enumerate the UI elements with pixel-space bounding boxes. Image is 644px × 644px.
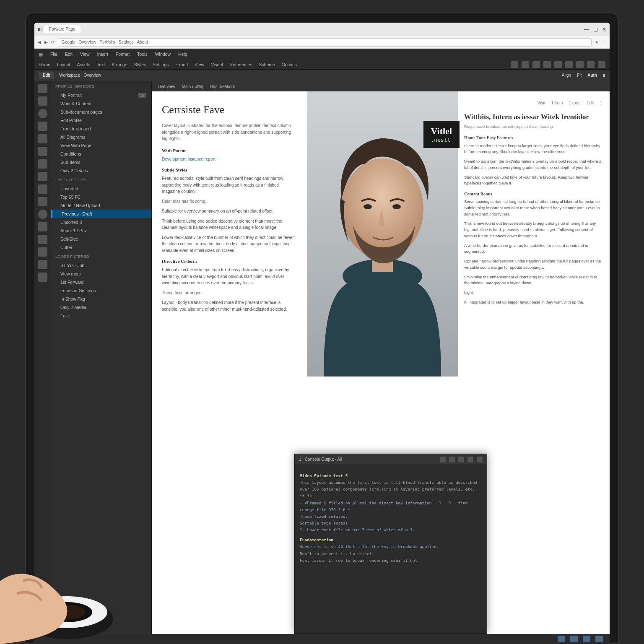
auth-label[interactable]: Auth	[587, 73, 597, 78]
link-visit[interactable]: Visit	[538, 100, 545, 106]
search-icon[interactable]	[38, 96, 47, 106]
ribbon-assets[interactable]: Assets	[77, 62, 91, 67]
shapes-icon[interactable]	[38, 159, 47, 169]
tool-icon[interactable]	[543, 61, 551, 68]
console-expand-icon[interactable]	[467, 457, 473, 462]
sidebar-item[interactable]: Funds or Sections	[51, 286, 151, 295]
doc-tab[interactable]: Has breakout	[210, 84, 235, 89]
edit-icon[interactable]	[38, 147, 47, 156]
globe-icon[interactable]	[38, 109, 47, 118]
sidebar-item[interactable]: Edit Profile	[51, 116, 151, 125]
sidebar-item[interactable]: All Diagrams	[51, 133, 151, 141]
window-min-icon[interactable]: —	[584, 26, 589, 32]
menu-edit[interactable]: Edit	[65, 52, 73, 57]
sidebar-item[interactable]: Sub-Items	[51, 158, 151, 166]
sidebar-item[interactable]: Sub-document pages	[51, 108, 151, 116]
sidebar-item[interactable]: Unsorted 8	[51, 218, 151, 226]
console-panel[interactable]: 1 · Console Output · All Video Episode t…	[294, 454, 487, 634]
status-icon[interactable]	[595, 636, 603, 642]
sidebar-item[interactable]: Work & Content	[51, 99, 151, 108]
browser-tab[interactable]: Forward Page	[44, 25, 80, 33]
sidebar-item[interactable]: Front text insert	[51, 125, 151, 133]
user-icon[interactable]: ▮	[603, 73, 605, 78]
status-icon[interactable]	[558, 636, 565, 642]
menu-view[interactable]: View	[80, 52, 90, 57]
back-icon[interactable]: ◀	[38, 40, 41, 44]
sidebar-item[interactable]: Previous · Draft	[51, 210, 151, 218]
sidebar-item[interactable]: Only 2 Details	[51, 166, 151, 175]
tool-icon[interactable]	[522, 61, 529, 68]
tool-icon[interactable]	[576, 61, 584, 68]
menu-file[interactable]: File	[50, 52, 57, 57]
sidebar-item[interactable]: About 1 / Priv	[51, 226, 151, 235]
tool-icon[interactable]	[565, 61, 573, 68]
ribbon-scheme[interactable]: Scheme	[259, 62, 275, 67]
ribbon-styles[interactable]: Styles	[134, 62, 146, 67]
chart-icon[interactable]	[38, 184, 47, 194]
forward-icon[interactable]: ▶	[44, 40, 48, 44]
mode-pill[interactable]: Edit	[39, 72, 54, 79]
database-icon[interactable]	[38, 260, 47, 269]
sidebar-item[interactable]: 1st Forward	[51, 278, 151, 286]
tool-icon[interactable]	[598, 61, 605, 68]
ribbon-layout[interactable]: Layout	[57, 62, 70, 67]
link-item[interactable]: 1 Item	[551, 100, 563, 106]
tool-icon[interactable]	[587, 61, 595, 68]
ribbon-arrange[interactable]: Arrange	[112, 62, 127, 67]
layers-icon[interactable]	[38, 122, 47, 131]
sidebar-item[interactable]: Fake	[51, 312, 151, 320]
ribbon-options[interactable]: Options	[282, 62, 297, 67]
ribbon-references[interactable]: References	[230, 62, 252, 67]
sidebar-item[interactable]: Only 2 Media	[51, 303, 151, 312]
bookmark-icon[interactable]: ★	[595, 40, 599, 44]
ribbon-visual[interactable]: Visual	[211, 62, 223, 67]
console-clear-icon[interactable]	[458, 457, 464, 462]
status-icon[interactable]	[570, 636, 578, 642]
console-prev-icon[interactable]	[440, 457, 446, 462]
sidebar-item[interactable]: Top 65 FC	[51, 193, 151, 201]
toolbar-fit[interactable]: Fit	[577, 73, 582, 78]
window-close-icon[interactable]: ✕	[602, 26, 606, 32]
sidebar-tree[interactable]: Profile Mini DocsMy Portrait15Work & Con…	[51, 81, 152, 634]
menu-help[interactable]: Help	[178, 52, 187, 57]
sidebar-item[interactable]: Conditions	[51, 150, 151, 158]
sidebar-item[interactable]: Cutter	[51, 243, 151, 252]
tool-icon[interactable]	[532, 61, 540, 68]
menu-window[interactable]: Window	[155, 52, 171, 57]
clock-icon[interactable]	[38, 210, 47, 219]
console-close-icon[interactable]	[477, 457, 483, 462]
sidebar-item[interactable]: Model / New Upload	[51, 201, 151, 210]
comment-icon[interactable]	[38, 172, 47, 181]
link-icon[interactable]	[38, 222, 47, 231]
window-max-icon[interactable]: ▢	[593, 26, 598, 32]
calendar-icon[interactable]	[38, 273, 47, 282]
image-icon[interactable]	[38, 134, 47, 143]
toolbar-align[interactable]: Align	[562, 73, 571, 78]
sidebar-item[interactable]: View With Page	[51, 141, 151, 150]
ribbon-view[interactable]: View	[195, 62, 205, 67]
menu-icon[interactable]: ⋮	[602, 40, 606, 44]
ribbon-home[interactable]: Home	[39, 62, 50, 67]
doc-tab[interactable]: Main (50%)	[182, 84, 203, 89]
url-field[interactable]: Google · Overview · Portfolio · Settings…	[58, 38, 592, 47]
status-icon[interactable]	[583, 636, 590, 642]
ribbon-export[interactable]: Export	[175, 62, 188, 67]
reload-icon[interactable]: ⟳	[51, 40, 55, 44]
menu-tools[interactable]: Tools	[137, 52, 148, 57]
doc-tab[interactable]: Overview	[158, 84, 175, 89]
menu-insert[interactable]: Insert	[97, 52, 108, 57]
tool-icon[interactable]	[554, 61, 562, 68]
files-icon[interactable]	[38, 84, 47, 93]
ribbon-text[interactable]: Text	[97, 62, 105, 67]
link-edit[interactable]: Edit	[587, 100, 594, 106]
sidebar-item[interactable]: My Portrait15	[51, 91, 151, 99]
tool-icon[interactable]	[511, 61, 518, 68]
sidebar-item[interactable]: Edit-Elec	[51, 235, 151, 243]
sidebar-item[interactable]: In Show Pkg	[51, 295, 151, 303]
sidebar-item[interactable]: Unsorted	[51, 184, 151, 193]
sidebar-item[interactable]: ST Yrs · Job	[51, 261, 151, 270]
console-tab[interactable]: 1 · Console Output · All	[299, 457, 342, 462]
ribbon-settings[interactable]: Settings	[153, 62, 169, 67]
menu-format[interactable]: Format	[116, 52, 130, 57]
sidebar-item[interactable]: View more	[51, 270, 151, 278]
